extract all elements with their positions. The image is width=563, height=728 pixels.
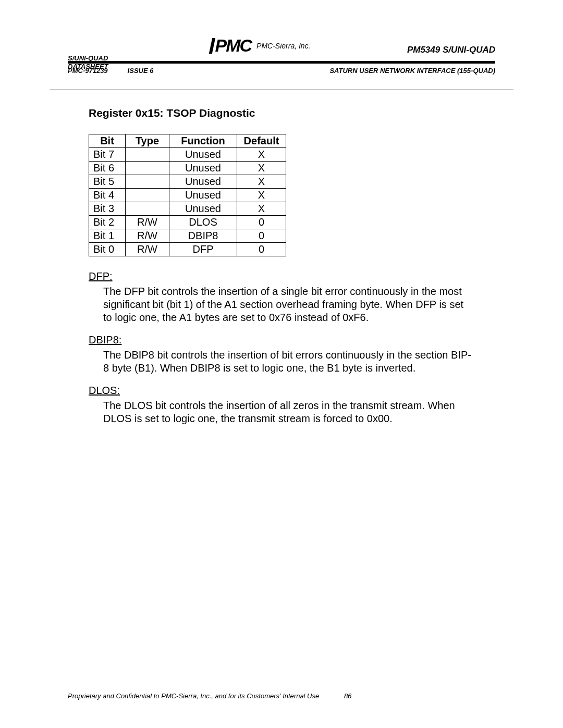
cell-bit: Bit 4 — [89, 189, 126, 202]
table-row: Bit 0 R/W DFP 0 — [89, 243, 286, 256]
cell-func: Unused — [169, 189, 237, 202]
cell-bit: Bit 2 — [89, 216, 126, 229]
page-number: 86 — [344, 692, 351, 700]
table-header-row: Bit Type Function Default — [89, 134, 286, 148]
table-row: Bit 4 Unused X — [89, 189, 286, 202]
cell-type — [126, 162, 169, 175]
cell-type: R/W — [126, 229, 169, 243]
cell-type — [126, 202, 169, 216]
cell-func: Unused — [169, 175, 237, 189]
cell-func: DBIP8 — [169, 229, 237, 243]
pmc-logo-icon: PMC — [211, 35, 251, 56]
cell-type — [126, 148, 169, 162]
cell-def: X — [237, 162, 286, 175]
cell-bit: Bit 1 — [89, 229, 126, 243]
header-left-stack: S/UNI-QUAD DATASHEET — [68, 54, 108, 71]
col-def: Default — [237, 134, 286, 148]
section-title: Register 0x15: TSOP Diagnostic — [89, 107, 474, 119]
logo-wrap: PMC PMC-Sierra, Inc. — [211, 35, 310, 56]
cell-func: DFP — [169, 243, 237, 256]
header-row-top: S/UNI-QUAD DATASHEET PMC PMC-Sierra, Inc… — [68, 35, 495, 56]
footer-text: Proprietary and Confidential to PMC-Sier… — [68, 692, 319, 700]
cell-def: X — [237, 189, 286, 202]
product-line2: DATASHEET — [68, 63, 108, 71]
table-row: Bit 3 Unused X — [89, 202, 286, 216]
col-bit: Bit — [89, 134, 126, 148]
cell-bit: Bit 3 — [89, 202, 126, 216]
page: S/UNI-QUAD DATASHEET PMC PMC-Sierra, Inc… — [0, 0, 563, 728]
issue-number: ISSUE 6 — [128, 67, 154, 75]
cell-type — [126, 175, 169, 189]
description-dfp: DFP: The DFP bit controls the insertion … — [89, 270, 474, 425]
register-table: Bit Type Function Default Bit 7 Unused X… — [89, 134, 286, 256]
table-body: Bit 7 Unused X Bit 6 Unused X Bit 5 Unus… — [89, 148, 286, 256]
cell-def: X — [237, 202, 286, 216]
cell-func: Unused — [169, 202, 237, 216]
header-thin-rule — [50, 90, 513, 90]
cell-bit: Bit 7 — [89, 148, 126, 162]
page-footer: Proprietary and Confidential to PMC-Sier… — [68, 692, 351, 700]
cell-bit: Bit 0 — [89, 243, 126, 256]
header-row-bottom: PMC-971239 ISSUE 6 SATURN USER NETWORK I… — [68, 67, 495, 75]
table-row: Bit 6 Unused X — [89, 162, 286, 175]
cell-type: R/W — [126, 216, 169, 229]
table-row: Bit 2 R/W DLOS 0 — [89, 216, 286, 229]
cell-def: 0 — [237, 243, 286, 256]
cell-func: DLOS — [169, 216, 237, 229]
desc-body: The DLOS bit controls the insertion of a… — [103, 399, 474, 425]
product-line1: S/UNI-QUAD — [68, 54, 108, 63]
desc-label: DLOS: — [89, 384, 474, 397]
cell-func: Unused — [169, 162, 237, 175]
desc-label: DFP: — [89, 270, 474, 283]
table-row: Bit 1 R/W DBIP8 0 — [89, 229, 286, 243]
col-func: Function — [169, 134, 237, 148]
product-code: PM5349 S/UNI-QUAD — [407, 45, 495, 55]
table-row: Bit 7 Unused X — [89, 148, 286, 162]
cell-func: Unused — [169, 148, 237, 162]
cell-bit: Bit 6 — [89, 162, 126, 175]
table-row: Bit 5 Unused X — [89, 175, 286, 189]
cell-type — [126, 189, 169, 202]
desc-label: DBIP8: — [89, 334, 474, 347]
desc-body: The DFP bit controls the insertion of a … — [103, 285, 474, 324]
cell-def: 0 — [237, 216, 286, 229]
col-type: Type — [126, 134, 169, 148]
header-thick-rule — [68, 61, 495, 64]
cell-type: R/W — [126, 243, 169, 256]
cell-def: X — [237, 148, 286, 162]
content: Register 0x15: TSOP Diagnostic Bit Type … — [89, 107, 474, 435]
cell-def: X — [237, 175, 286, 189]
doc-subtitle: SATURN USER NETWORK INTERFACE (155-QUAD) — [329, 67, 495, 75]
company-name: PMC-Sierra, Inc. — [256, 42, 310, 50]
page-header: S/UNI-QUAD DATASHEET PMC PMC-Sierra, Inc… — [68, 35, 495, 75]
desc-body: The DBIP8 bit controls the insertion of … — [103, 349, 474, 375]
cell-bit: Bit 5 — [89, 175, 126, 189]
cell-def: 0 — [237, 229, 286, 243]
